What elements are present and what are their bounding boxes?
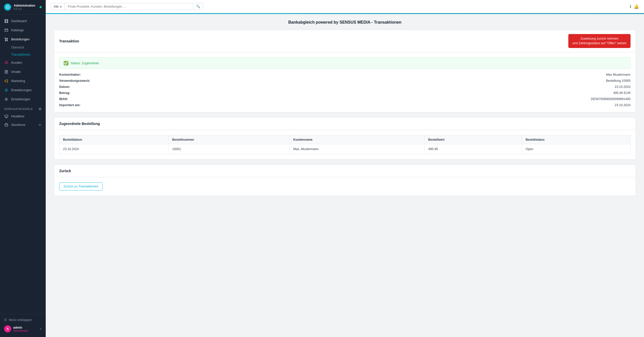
sidebar-item-erweiterungen[interactable]: Erweiterungen	[0, 86, 46, 95]
sidebar-footer: ☰ Menü einklappen A admin Administrator …	[0, 314, 46, 337]
cell-bestellnummer: 10001	[168, 144, 289, 154]
verkaufskanaele-section: Verkaufskanäle ⚙	[0, 104, 46, 112]
col-bestelldatum: Bestelldatum	[59, 135, 169, 144]
transaction-details: Kontoinhaber: Max Mustermann Verwendungs…	[59, 73, 631, 107]
sidebar-item-dashboard[interactable]: Dashboard	[0, 17, 46, 26]
col-bestellstatus: Bestellstatus	[522, 135, 630, 144]
user-chevron-icon: ∧	[39, 327, 42, 331]
table-row[interactable]: 23.10.2024 10001 Max, Mustermann 495.95 …	[59, 144, 631, 154]
search-input[interactable]	[65, 3, 194, 10]
svg-point-9	[6, 61, 7, 63]
svg-rect-3	[5, 21, 6, 23]
svg-point-7	[5, 40, 6, 41]
betrag-value: 495.95 EUR	[95, 91, 631, 95]
svg-rect-4	[7, 21, 8, 23]
col-bestellnummer: Bestellnummer	[168, 135, 289, 144]
svg-rect-5	[5, 29, 8, 31]
sidebar-header: Administration 6.5.4.0	[0, 0, 46, 14]
zurueck-section-title: Zurück	[59, 169, 71, 173]
kontoinhaber-value: Max Mustermann	[95, 73, 631, 76]
sidebar-nav: Dashboard Kataloge Bestellungen Übersich…	[0, 14, 46, 314]
sidebar-item-kunden[interactable]: Kunden	[0, 58, 46, 67]
iban-label: IBAN:	[59, 97, 90, 101]
notification-icon[interactable]: 🔔	[634, 4, 639, 9]
user-role: Administrator	[13, 329, 28, 332]
betrag-label: Betrag:	[59, 91, 90, 95]
sidebar-item-storefront[interactable]: Storefront 👁	[0, 121, 46, 129]
zurueck-card-header: Zurück	[54, 165, 636, 177]
sidebar-subitem-uebersicht[interactable]: Übersicht	[0, 44, 46, 51]
user-details: admin Administrator	[13, 326, 28, 332]
svg-point-15	[6, 90, 7, 91]
page-content: Bankabgleich powered by SENSUS MEDIA - T…	[46, 14, 644, 337]
cell-bestelldatum: 23.10.2024	[59, 144, 169, 154]
sidebar-item-bestellungen[interactable]: Bestellungen	[0, 35, 46, 44]
subitem-label: Übersicht	[11, 46, 24, 49]
bestellung-card-body: Bestelldatum Bestellnummer Kundenname Be…	[54, 130, 636, 159]
bestellungen-icon	[4, 37, 9, 42]
revoke-line2: und Zahlungsstatus auf "Offen" setzen	[572, 41, 626, 46]
col-bestellwert: Bestellwert	[425, 135, 522, 144]
bestellung-card-header: Zugeordnete Bestellung	[54, 118, 636, 130]
sidebar-item-label: Inhalte	[11, 70, 21, 74]
verkaufskanaele-settings-icon[interactable]: ⚙	[38, 107, 42, 111]
search-filter-dropdown[interactable]: Alle ∨	[51, 3, 65, 10]
app-info: Administration 6.5.4.0	[14, 4, 35, 10]
svg-rect-2	[7, 19, 8, 21]
status-check-icon: ✅	[63, 61, 69, 66]
sidebar-item-marketing[interactable]: Marketing	[0, 76, 46, 86]
einstellungen-icon	[4, 97, 9, 102]
user-info[interactable]: A admin Administrator ∧	[4, 323, 42, 334]
sidebar-item-einstellungen[interactable]: Einstellungen	[0, 95, 46, 104]
storefront-visibility-icon[interactable]: 👁	[38, 123, 42, 127]
info-icon[interactable]: ℹ	[630, 4, 631, 9]
bestellung-card: Zugeordnete Bestellung Bestelldatum Best…	[54, 117, 636, 159]
sidebar-item-kataloge[interactable]: Kataloge	[0, 26, 46, 35]
inhalte-icon	[4, 70, 9, 74]
cell-bestellwert: 495.95	[425, 144, 522, 154]
sidebar-item-headless[interactable]: Headless	[0, 112, 46, 121]
transaktion-section-title: Transaktion	[59, 39, 79, 43]
storefront-icon	[4, 123, 9, 127]
user-avatar: A	[4, 325, 11, 332]
online-indicator	[40, 6, 42, 8]
page-title: Bankabgleich powered by SENSUS MEDIA - T…	[54, 20, 636, 25]
datum-label: Datum:	[59, 85, 90, 89]
datum-value: 23.10.2024	[95, 85, 631, 89]
kontoinhaber-label: Kontoinhaber:	[59, 73, 90, 76]
marketing-icon	[4, 79, 9, 83]
sidebar-item-label: Dashboard	[11, 19, 27, 23]
sidebar-item-label: Kunden	[11, 61, 22, 65]
collapse-label: Menü einklappen	[9, 318, 32, 322]
collapse-menu-btn[interactable]: ☰ Menü einklappen	[4, 317, 42, 323]
zurueck-card: Zurück Zurück zu Transaktionen	[54, 165, 636, 196]
search-wrapper: Alle ∨ 🔍	[51, 3, 203, 10]
revoke-assignment-button[interactable]: Zuweisung zurück nehmen und Zahlungsstat…	[568, 34, 631, 48]
bestellung-table: Bestelldatum Bestellnummer Kundenname Be…	[59, 135, 631, 154]
sidebar-item-label: Kataloge	[11, 28, 24, 32]
user-name: admin	[13, 326, 28, 329]
search-submit-button[interactable]: 🔍	[194, 3, 203, 10]
svg-rect-17	[5, 115, 8, 117]
filter-chevron-icon: ∨	[60, 5, 62, 8]
main-area: Alle ∨ 🔍 ℹ 🔔 Bankabgleich powered by SEN…	[46, 0, 644, 337]
svg-rect-1	[5, 19, 6, 21]
sidebar-item-label: Bestellungen	[11, 38, 29, 41]
app-version: 6.5.4.0	[14, 8, 35, 10]
sidebar-subitem-transaktionen[interactable]: Transaktionen	[0, 51, 46, 58]
transaktion-card: Transaktion Zuweisung zurück nehmen und …	[54, 30, 636, 112]
headless-icon	[4, 114, 9, 119]
filter-label: Alle	[54, 5, 59, 8]
collapse-icon: ☰	[4, 318, 7, 322]
zurueck-card-body: Zurück zu Transaktionen	[54, 177, 636, 196]
revoke-line1: Zuweisung zurück nehmen	[572, 37, 626, 41]
col-kundenname: Kundenname	[289, 135, 425, 144]
transaktion-card-header: Transaktion Zuweisung zurück nehmen und …	[54, 30, 636, 52]
headless-label: Headless	[11, 115, 24, 118]
transaktion-card-body: ✅ Status: Zugeordnet Kontoinhaber: Max M…	[54, 52, 636, 112]
verwendungszweck-value: Bestellung 10005	[95, 79, 631, 83]
zurueck-zu-transaktionen-button[interactable]: Zurück zu Transaktionen	[59, 182, 103, 190]
sidebar-item-inhalte[interactable]: Inhalte	[0, 67, 46, 76]
topbar: Alle ∨ 🔍 ℹ 🔔	[46, 0, 644, 13]
cell-bestellstatus: Open	[522, 144, 630, 154]
